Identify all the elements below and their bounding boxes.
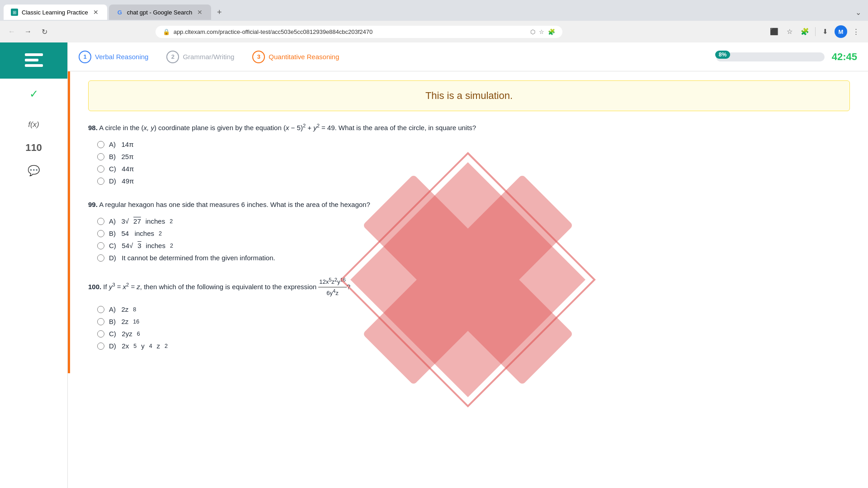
q100-option-b[interactable]: B) 2z16 [97, 318, 850, 325]
q99-option-d[interactable]: D) It cannot be determined from the give… [97, 254, 850, 262]
simulation-banner: This is a simulation. [88, 80, 850, 111]
q100-radio-a[interactable] [97, 306, 104, 313]
question-100-options: A) 2z8 B) 2z16 C) 2yz6 D) 2x5y4z2 [97, 305, 850, 350]
step-verbal[interactable]: 1 Verbal Reasoning [79, 51, 148, 63]
q99-option-b[interactable]: B) 54 inches2 [97, 230, 850, 237]
question-98-options: A) 14π B) 25π C) 44π D) 49π [97, 141, 850, 185]
q100-radio-d[interactable] [97, 343, 104, 350]
logo-icon [23, 50, 45, 71]
menu-button[interactable]: ⋮ [850, 25, 863, 38]
q99-option-a[interactable]: A) 3√27 inches2 [97, 217, 850, 225]
q100-radio-b[interactable] [97, 318, 104, 325]
question-number: 110 [25, 142, 42, 154]
tab1-favicon: ⊞ [11, 9, 18, 16]
download-icon[interactable]: ⬇ [819, 25, 832, 38]
step2-label: Grammar/Writing [183, 53, 234, 61]
q98-option-c[interactable]: C) 44π [97, 165, 850, 173]
svg-rect-1 [25, 59, 38, 61]
svg-rect-2 [25, 64, 43, 67]
toolbar-icons: ⬛ ☆ 🧩 ⬇ M ⋮ [768, 25, 863, 38]
step3-label: Quantitative Reasoning [269, 53, 339, 61]
step-quantitative[interactable]: 3 Quantitative Reasoning [252, 51, 339, 63]
fx-button[interactable]: f(x) [20, 111, 47, 138]
q99-option-c[interactable]: C) 54√3 inches2 [97, 242, 850, 249]
tab1-label: Classic Learning Practice [22, 9, 88, 16]
q98-option-b[interactable]: B) 25π [97, 153, 850, 160]
q99-radio-b[interactable] [97, 230, 104, 237]
browser-chrome: ⊞ Classic Learning Practice ✕ G chat gpt… [0, 0, 868, 42]
chat-icon: 💬 [28, 165, 40, 177]
progress-badge: 8% [715, 51, 730, 59]
timer: 42:45 [832, 51, 857, 63]
extension-icon: 🧩 [548, 28, 555, 35]
main-content: This is a simulation. 98. A circle in th… [68, 71, 868, 488]
step1-circle: 1 [79, 51, 91, 63]
q98-radio-c[interactable] [97, 165, 104, 173]
tab2-favicon: G [116, 9, 123, 16]
q98-radio-a[interactable] [97, 141, 104, 148]
step-grammar[interactable]: 2 Grammar/Writing [166, 51, 234, 63]
bookmark-icon[interactable]: ☆ [783, 25, 796, 38]
q99-radio-a[interactable] [97, 218, 104, 225]
question-100-text: 100. If y3 = x2 = z, then which of the f… [88, 276, 850, 298]
app: ✓ f(x) 110 💬 1 Verbal Reasoning 2 Gramma… [0, 42, 868, 488]
q99-radio-c[interactable] [97, 242, 104, 249]
lock-icon: 🔒 [163, 28, 170, 35]
forward-button[interactable]: → [22, 25, 34, 38]
q98-radio-d[interactable] [97, 178, 104, 185]
tab1-close[interactable]: ✕ [92, 8, 100, 16]
address-bar[interactable]: 🔒 app.cltexam.com/practice-official-test… [156, 26, 562, 38]
q100-option-c[interactable]: C) 2yz6 [97, 330, 850, 338]
fx-icon: f(x) [28, 120, 39, 129]
tab2-label: chat gpt - Google Search [127, 9, 193, 16]
back-button[interactable]: ← [5, 25, 18, 38]
url-text: app.cltexam.com/practice-official-test/a… [174, 28, 527, 35]
tab-bar: ⊞ Classic Learning Practice ✕ G chat gpt… [0, 0, 868, 21]
cast-icon: ⬡ [530, 28, 535, 35]
new-tab-button[interactable]: + [213, 6, 226, 19]
step1-label: Verbal Reasoning [95, 53, 148, 61]
address-bar-row: ← → ↻ 🔒 app.cltexam.com/practice-officia… [0, 21, 868, 42]
q100-radio-c[interactable] [97, 330, 104, 338]
check-button[interactable]: ✓ [20, 80, 47, 108]
screen-icon[interactable]: ⬛ [768, 25, 781, 38]
q98-radio-b[interactable] [97, 153, 104, 160]
q99-radio-d[interactable] [97, 254, 104, 262]
progress-area: 8% 42:45 [716, 51, 857, 63]
question-98: 98. A circle in the (x, y) coordinate pl… [88, 122, 850, 185]
address-bar-icons: ⬡ ☆ 🧩 [530, 28, 555, 35]
question-99-text: 99. A regular hexagon has one side that … [88, 199, 850, 210]
question-99-options: A) 3√27 inches2 B) 54 inches2 C) 54√3 in… [97, 217, 850, 262]
step2-circle: 2 [166, 51, 179, 63]
question-98-text: 98. A circle in the (x, y) coordinate pl… [88, 122, 850, 133]
logo [0, 42, 67, 79]
step3-circle: 3 [252, 51, 265, 63]
tab-end-button[interactable]: ⌄ [852, 6, 864, 19]
extensions-icon[interactable]: 🧩 [799, 25, 811, 38]
sidebar: ✓ f(x) 110 💬 [0, 42, 68, 488]
question-99: 99. A regular hexagon has one side that … [88, 199, 850, 262]
chat-button[interactable]: 💬 [20, 157, 47, 184]
simulation-text: This is a simulation. [425, 90, 513, 101]
right-panel: 1 Verbal Reasoning 2 Grammar/Writing 3 Q… [68, 42, 868, 488]
reload-button[interactable]: ↻ [38, 25, 51, 38]
q98-option-a[interactable]: A) 14π [97, 141, 850, 148]
svg-rect-0 [25, 53, 43, 56]
q98-option-d[interactable]: D) 49π [97, 177, 850, 185]
check-icon: ✓ [29, 88, 38, 100]
tab-active[interactable]: ⊞ Classic Learning Practice ✕ [4, 5, 107, 20]
profile-button[interactable]: M [835, 25, 847, 38]
tab-inactive[interactable]: G chat gpt - Google Search ✕ [109, 5, 212, 20]
content-with-border: This is a simulation. 98. A circle in th… [68, 71, 868, 373]
q100-option-d[interactable]: D) 2x5y4z2 [97, 342, 850, 350]
q100-option-a[interactable]: A) 2z8 [97, 305, 850, 313]
tab2-close[interactable]: ✕ [196, 8, 204, 16]
star-icon[interactable]: ☆ [539, 28, 544, 35]
question-100: 100. If y3 = x2 = z, then which of the f… [88, 276, 850, 350]
progress-bar: 8% [716, 52, 825, 61]
top-nav: 1 Verbal Reasoning 2 Grammar/Writing 3 Q… [68, 42, 868, 71]
separator [815, 27, 816, 36]
